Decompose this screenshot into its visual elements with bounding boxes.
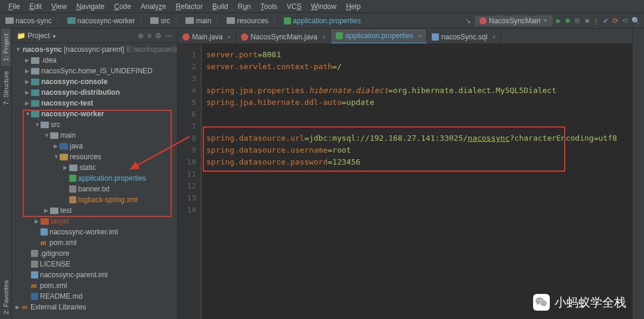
tab-nacossync-sql[interactable]: nacosSync.sql× <box>427 30 501 44</box>
tree-worker[interactable]: ▼nacossync-worker <box>12 109 177 119</box>
tree-banner[interactable]: banner.txt <box>12 184 177 194</box>
menu-file[interactable]: File <box>4 1 24 12</box>
libraries-icon: ⩸ <box>21 303 29 311</box>
crumb-main[interactable]: main <box>184 16 213 26</box>
code-line[interactable]: spring.datasource.password=123456 <box>206 156 632 168</box>
stop-button[interactable]: ■ <box>585 17 589 25</box>
run-config-selector[interactable]: NacosSyncMain ▼ <box>475 16 553 26</box>
folder-icon <box>67 17 76 24</box>
menu-tools[interactable]: Tools <box>256 1 282 12</box>
code-line[interactable]: spring.jpa.hibernate.ddl-auto=update <box>206 97 632 109</box>
menu-edit[interactable]: Edit <box>24 1 47 12</box>
java-class-icon <box>182 33 190 41</box>
tree-pom1[interactable]: mpom.xml <box>12 237 177 248</box>
code-line[interactable]: spring.jpa.properties.hibernate.dialect=… <box>206 85 632 97</box>
hide-icon[interactable]: — <box>165 32 172 40</box>
folder-icon <box>5 17 14 24</box>
menu-view[interactable]: View <box>47 1 72 12</box>
code-line[interactable]: spring.datasource.username=root <box>206 144 632 156</box>
build-icon[interactable]: ↘ <box>465 17 471 25</box>
main-menu-bar: File Edit View Navigate Code Analyze Ref… <box>0 0 644 13</box>
crumb-root[interactable]: nacos-sync <box>4 16 54 26</box>
tree-readme[interactable]: README.md <box>12 291 177 302</box>
tree-app-properties[interactable]: application.properties <box>12 173 177 184</box>
code-line[interactable] <box>206 180 632 192</box>
run-button[interactable]: ▶ <box>556 17 561 24</box>
crumb-file[interactable]: application.properties <box>282 16 363 26</box>
code-text-area[interactable]: server.port=8081server.servlet.context-p… <box>202 44 632 319</box>
update-icon[interactable]: ⟲ <box>622 17 628 25</box>
project-tool-window: 📁 Project ▼ ⊕ ≡ ⚙ — ▼ nacos-sync [nacoss… <box>12 29 178 319</box>
debug-button[interactable]: ✱ <box>565 17 571 25</box>
tree-src[interactable]: ▼src <box>12 119 177 130</box>
sync-icon[interactable]: ✔ <box>603 17 609 25</box>
folder-icon <box>150 17 159 24</box>
code-line[interactable] <box>206 120 632 132</box>
tree-license[interactable]: LICENSE <box>12 259 177 270</box>
tree-logback[interactable]: logback-spring.xml <box>12 194 177 205</box>
tree-java[interactable]: ▶java <box>12 141 177 151</box>
code-line[interactable] <box>206 109 632 120</box>
folder-icon <box>31 57 39 64</box>
close-icon[interactable]: × <box>416 33 422 39</box>
code-line[interactable]: server.servlet.context-path=/ <box>206 61 632 73</box>
tree-root[interactable]: ▼ nacos-sync [nacossync-parent] E:\works… <box>12 44 177 55</box>
gear-icon[interactable]: ⚙ <box>155 32 162 40</box>
tree-test[interactable]: ▶nacossync-test <box>12 98 177 109</box>
tab-application-properties[interactable]: application.properties× <box>331 29 427 44</box>
close-icon[interactable]: × <box>225 34 231 41</box>
code-line[interactable] <box>206 192 632 204</box>
tree-worker-iml[interactable]: nacossync-worker.iml <box>12 227 177 237</box>
tree-parent-iml[interactable]: nacossync-parent.iml <box>12 270 177 280</box>
crumb-resources[interactable]: resources <box>225 16 270 26</box>
crumb-src[interactable]: src <box>148 16 172 26</box>
breadcrumb: nacos-sync 〉 nacossync-worker 〉 src 〉 ma… <box>4 16 373 26</box>
tab-project[interactable]: 1: Project <box>1 29 11 66</box>
folder-icon <box>31 68 39 75</box>
editor-body[interactable]: 1234567891011121314 server.port=8081serv… <box>178 44 632 319</box>
code-line[interactable] <box>206 204 632 216</box>
code-line[interactable] <box>206 168 632 180</box>
tab-favorites[interactable]: 2: Favorites <box>1 275 11 320</box>
code-line[interactable]: server.port=8081 <box>206 49 632 61</box>
code-line[interactable]: spring.datasource.url=jdbc:mysql://192.1… <box>206 132 632 144</box>
tree-idea[interactable]: ▶.idea <box>12 55 177 66</box>
tree-testfolder[interactable]: ▶test <box>12 205 177 216</box>
menu-build[interactable]: Build <box>208 1 233 12</box>
properties-file-icon <box>284 17 291 24</box>
run-config-name: NacosSyncMain <box>489 17 541 25</box>
tree-gitignore[interactable]: .gitignore <box>12 248 177 259</box>
project-view-combo[interactable]: 📁 Project ▼ <box>17 32 57 40</box>
tab-structure[interactable]: 7: Structure <box>1 66 11 110</box>
collapse-icon[interactable]: ≡ <box>147 32 151 40</box>
tree-main[interactable]: ▼main <box>12 130 177 141</box>
tree-console[interactable]: ▶nacossync-console <box>12 76 177 87</box>
code-line[interactable] <box>206 73 632 85</box>
tree-home[interactable]: ▶nacosSync.home_IS_UNDEFINED <box>12 66 177 76</box>
tree-extlib[interactable]: ▶⩸External Libraries <box>12 302 177 312</box>
tab-main-java[interactable]: Main.java× <box>178 30 236 44</box>
menu-window[interactable]: Window <box>306 1 341 12</box>
vcs-icon[interactable]: ⟳ <box>612 17 618 25</box>
menu-refactor[interactable]: Refactor <box>171 1 208 12</box>
menu-vcs[interactable]: VCS <box>282 1 306 12</box>
tree-resources[interactable]: ▼resources <box>12 151 177 162</box>
menu-analyze[interactable]: Analyze <box>136 1 171 12</box>
tab-nacossyncmain[interactable]: NacosSyncMain.java× <box>236 30 331 44</box>
tree-target[interactable]: ▶target <box>12 216 177 227</box>
close-icon[interactable]: × <box>490 34 496 41</box>
tree-pom2[interactable]: mpom.xml <box>12 280 177 291</box>
tree-static[interactable]: ▶static <box>12 162 177 173</box>
crumb-module[interactable]: nacossync-worker <box>66 16 137 26</box>
folder-icon <box>50 132 58 139</box>
menu-code[interactable]: Code <box>109 1 136 12</box>
menu-navigate[interactable]: Navigate <box>72 1 109 12</box>
menu-run[interactable]: Run <box>233 1 256 12</box>
menu-help[interactable]: Help <box>341 1 366 12</box>
project-tree[interactable]: ▼ nacos-sync [nacossync-parent] E:\works… <box>12 43 177 319</box>
search-icon[interactable]: 🔍 <box>631 17 640 25</box>
tree-distribution[interactable]: ▶nacossync-distribution <box>12 87 177 98</box>
close-icon[interactable]: × <box>320 34 326 41</box>
autoscroll-icon[interactable]: ⊕ <box>138 32 144 40</box>
coverage-button[interactable]: ⛨ <box>574 17 581 25</box>
